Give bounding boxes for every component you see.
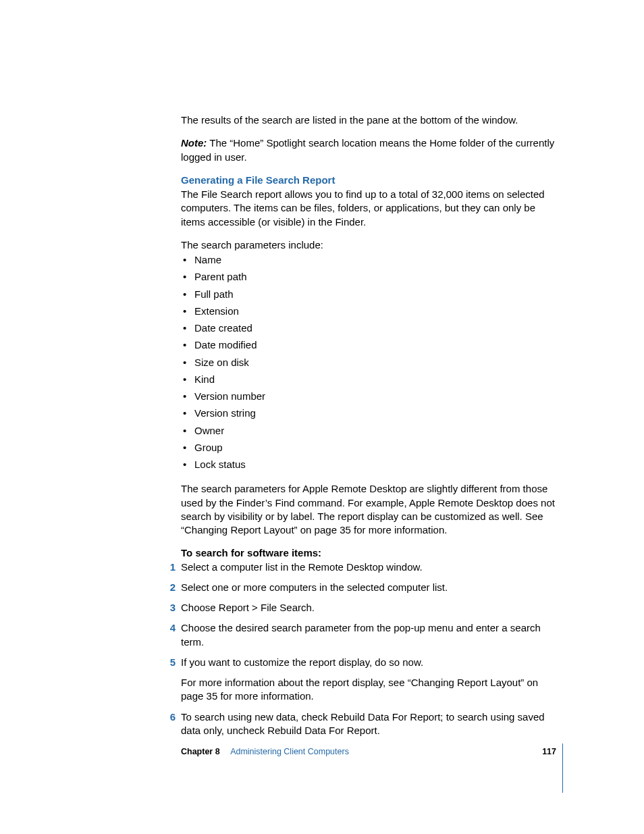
list-item: Date modified xyxy=(181,338,556,352)
footer-page-number: 117 xyxy=(542,747,556,756)
footer-chapter: Chapter 8 xyxy=(181,747,220,756)
numbered-list-steps: Select a computer list in the Remote Des… xyxy=(181,561,556,738)
paragraph-filesearch-intro: The File Search report allows you to fin… xyxy=(181,188,556,229)
paragraph-params-intro: The search parameters include: xyxy=(181,238,556,252)
step-text: Select one or more computers in the sele… xyxy=(181,581,448,593)
paragraph-results: The results of the search are listed in … xyxy=(181,113,556,127)
step-text: Choose Report > File Search. xyxy=(181,602,315,613)
step-text: To search using new data, check Rebuild … xyxy=(181,711,545,736)
step-item: Select a computer list in the Remote Des… xyxy=(165,561,556,574)
section-heading: Generating a File Search Report xyxy=(181,174,556,187)
note-text: The “Home” Spotlight search location mea… xyxy=(181,137,554,162)
page-content: The results of the search are listed in … xyxy=(0,0,644,737)
list-item: Date created xyxy=(181,321,556,335)
step-item: Choose the desired search parameter from… xyxy=(165,621,556,649)
step-item: If you want to customize the report disp… xyxy=(165,656,556,704)
footer-vertical-rule xyxy=(562,744,564,793)
step-item: Choose Report > File Search. xyxy=(165,601,556,615)
bullet-list-params: Name Parent path Full path Extension Dat… xyxy=(181,253,556,471)
step-subtext: For more information about the report di… xyxy=(181,676,556,704)
list-item: Version string xyxy=(181,407,556,420)
list-item: Owner xyxy=(181,424,556,438)
list-item: Extension xyxy=(181,305,556,318)
list-item: Parent path xyxy=(181,270,556,284)
step-text: If you want to customize the report disp… xyxy=(181,656,423,668)
list-item: Version number xyxy=(181,390,556,403)
step-text: Choose the desired search parameter from… xyxy=(181,622,541,647)
paragraph-params-diff: The search parameters for Apple Remote D… xyxy=(181,482,556,537)
page-footer: Chapter 8 Administering Client Computers… xyxy=(181,747,556,756)
step-item: To search using new data, check Rebuild … xyxy=(165,710,556,738)
step-item: Select one or more computers in the sele… xyxy=(165,581,556,594)
paragraph-note: Note: The “Home” Spotlight search locati… xyxy=(181,136,556,164)
step-text: Select a computer list in the Remote Des… xyxy=(181,561,423,573)
footer-title: Administering Client Computers xyxy=(230,747,349,756)
list-item: Name xyxy=(181,253,556,267)
footer-left: Chapter 8 Administering Client Computers xyxy=(181,747,349,756)
list-item: Size on disk xyxy=(181,356,556,369)
list-item: Group xyxy=(181,441,556,454)
note-label: Note: xyxy=(181,137,207,149)
list-item: Kind xyxy=(181,373,556,386)
list-item: Lock status xyxy=(181,458,556,471)
list-item: Full path xyxy=(181,288,556,301)
subheading-steps: To search for software items: xyxy=(181,546,556,560)
